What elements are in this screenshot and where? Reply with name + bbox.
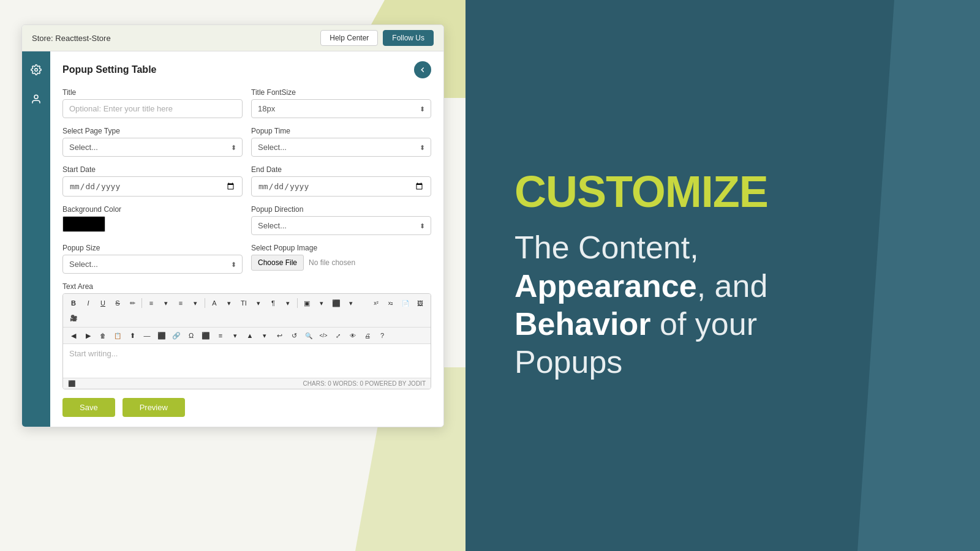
- end-date-label: End Date: [251, 165, 431, 174]
- editor-body[interactable]: Start writing...: [63, 344, 431, 378]
- preview-button[interactable]: Preview: [123, 398, 185, 417]
- redo-button[interactable]: ↺: [287, 329, 301, 342]
- font-color-button[interactable]: A: [208, 296, 221, 310]
- undo-button[interactable]: ↩: [273, 329, 286, 342]
- toolbar-sep-3: [297, 298, 298, 308]
- editor-toolbar-row1: B I U S ✏ ≡ ▾ ≡ ▾ A ▾: [63, 294, 431, 328]
- more-dropdown[interactable]: ▾: [344, 296, 358, 310]
- popup-size-select[interactable]: Select...: [62, 255, 243, 274]
- right-deco: [858, 0, 980, 551]
- more-button[interactable]: ⬛: [330, 296, 343, 310]
- underline-button[interactable]: U: [96, 296, 110, 310]
- ol-dropdown[interactable]: ▾: [189, 296, 202, 310]
- link-button[interactable]: 🔗: [170, 329, 183, 342]
- copy-button[interactable]: 📄: [399, 296, 412, 310]
- toolbar-sep-2: [205, 298, 205, 308]
- title-input[interactable]: [62, 99, 243, 118]
- block-dropdown[interactable]: ▾: [315, 296, 328, 310]
- align-button[interactable]: ≡: [214, 329, 227, 342]
- no-file-text: No file chosen: [309, 258, 355, 267]
- preview-editor-button[interactable]: 👁: [346, 329, 360, 342]
- start-date-label: Start Date: [62, 165, 243, 174]
- end-date-input[interactable]: [251, 176, 431, 197]
- forward-button-editor[interactable]: ▶: [81, 329, 95, 342]
- help-button[interactable]: ?: [375, 329, 389, 342]
- clipboard-button[interactable]: 📋: [111, 329, 124, 342]
- ol-button[interactable]: ≡: [174, 296, 187, 310]
- subtitle-and: , and: [697, 268, 768, 304]
- color-swatch-container: [62, 216, 243, 232]
- right-content: CUSTOMIZE The Content, Appearance, and B…: [514, 170, 768, 381]
- para-dropdown[interactable]: ▾: [281, 296, 295, 310]
- content-area: Popup Setting Table Title: [50, 51, 443, 427]
- source-button[interactable]: </>: [317, 329, 330, 342]
- svg-point-0: [35, 69, 38, 72]
- indent-button[interactable]: ⬛: [199, 329, 213, 342]
- choose-file-button[interactable]: Choose File: [251, 255, 304, 271]
- color-swatch[interactable]: [62, 216, 105, 232]
- editor-stats: CHARS: 0 WORDS: 0 POWERED BY JODIT: [303, 380, 426, 387]
- sidebar-settings-icon[interactable]: [28, 61, 45, 78]
- upload-button[interactable]: ⬆: [126, 329, 139, 342]
- omega-button[interactable]: Ω: [184, 329, 198, 342]
- editor-container: B I U S ✏ ≡ ▾ ≡ ▾ A ▾: [62, 293, 431, 389]
- popup-direction-select-wrapper: Select...: [251, 216, 431, 235]
- table-button[interactable]: ⬛: [155, 329, 168, 342]
- start-date-group: Start Date: [62, 165, 243, 197]
- video-button[interactable]: 🎥: [67, 311, 80, 324]
- right-panel: CUSTOMIZE The Content, Appearance, and B…: [466, 0, 980, 551]
- subtitle-line1: The Content,: [514, 230, 699, 265]
- toolbar-sep-1: [141, 298, 142, 308]
- bold-button[interactable]: B: [67, 296, 80, 310]
- align-dropdown[interactable]: ▾: [228, 329, 242, 342]
- popup-image-label: Select Popup Image: [251, 244, 431, 252]
- left-panel: Store: Reacttest-Store Help Center Follo…: [0, 0, 466, 551]
- image-button[interactable]: 🖼: [413, 296, 427, 310]
- font-style-dropdown[interactable]: ▾: [252, 296, 265, 310]
- editor-resize-handle[interactable]: ⬛: [68, 380, 75, 387]
- top-bar: Store: Reacttest-Store Help Center Follo…: [22, 25, 443, 51]
- title-fontsize-group: Title FontSize 18px 14px 16px 20px 24px: [251, 88, 431, 118]
- fullscreen-button[interactable]: ⤢: [331, 329, 345, 342]
- editor-placeholder: Start writing...: [69, 349, 118, 358]
- subtitle-ofyour: of your: [651, 306, 757, 342]
- popup-direction-select[interactable]: Select...: [251, 216, 431, 235]
- save-button[interactable]: Save: [62, 398, 115, 417]
- form-grid: Title Title FontSize 18px 14px 16px 20px: [62, 88, 431, 274]
- popup-time-select-wrapper: Select...: [251, 138, 431, 157]
- strikethrough-button[interactable]: S: [111, 296, 124, 310]
- font-style-button[interactable]: TI: [237, 296, 251, 310]
- print-button[interactable]: 🖨: [361, 329, 374, 342]
- sidebar-user-icon[interactable]: [28, 91, 45, 108]
- app-window: Store: Reacttest-Store Help Center Follo…: [21, 24, 444, 427]
- text-color-button[interactable]: ▲: [243, 329, 257, 342]
- find-button[interactable]: 🔍: [302, 329, 315, 342]
- brush-button[interactable]: ✏: [126, 296, 139, 310]
- popup-time-select[interactable]: Select...: [251, 138, 431, 157]
- popup-size-group: Popup Size Select...: [62, 244, 243, 274]
- italic-button[interactable]: I: [81, 296, 95, 310]
- delete-button[interactable]: 🗑: [96, 329, 110, 342]
- subscript-button[interactable]: x₂: [384, 296, 398, 310]
- text-color-dropdown[interactable]: ▾: [258, 329, 271, 342]
- bg-color-label: Background Color: [62, 205, 243, 214]
- hr-button[interactable]: —: [140, 329, 154, 342]
- store-name: Store: Reacttest-Store: [32, 34, 111, 43]
- ul-dropdown[interactable]: ▾: [159, 296, 173, 310]
- para-button[interactable]: ¶: [266, 296, 280, 310]
- font-color-dropdown[interactable]: ▾: [222, 296, 236, 310]
- superscript-button[interactable]: x²: [369, 296, 383, 310]
- title-fontsize-select-wrapper: 18px 14px 16px 20px 24px: [251, 99, 431, 118]
- start-date-input[interactable]: [62, 176, 243, 197]
- back-button[interactable]: [414, 61, 431, 78]
- back-button-editor[interactable]: ◀: [67, 329, 80, 342]
- top-bar-buttons: Help Center Follow Us: [320, 30, 434, 46]
- title-fontsize-select[interactable]: 18px 14px 16px 20px 24px: [251, 99, 431, 118]
- block-button[interactable]: ▣: [300, 296, 314, 310]
- help-center-button[interactable]: Help Center: [320, 30, 378, 46]
- text-area-label: Text Area: [62, 282, 431, 291]
- popup-direction-label: Popup Direction: [251, 205, 431, 214]
- ul-button[interactable]: ≡: [145, 296, 158, 310]
- page-type-select[interactable]: Select...: [62, 138, 243, 157]
- follow-us-button[interactable]: Follow Us: [383, 30, 434, 46]
